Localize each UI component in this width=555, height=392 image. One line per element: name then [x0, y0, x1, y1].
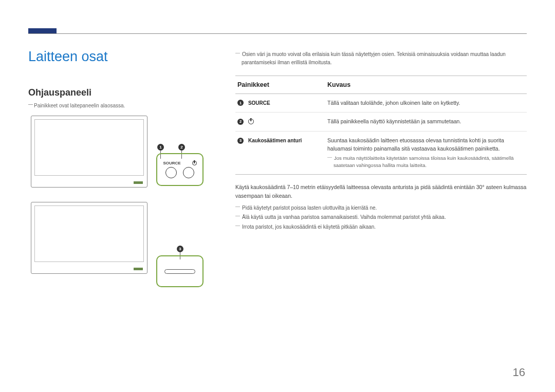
section-subtitle: Ohjauspaneeli — [28, 87, 91, 98]
right-column: Osien väri ja muoto voivat olla erilaisi… — [235, 50, 527, 232]
header-accent — [28, 28, 57, 33]
callout-3: 3 — [177, 246, 183, 252]
monitor-diagram-top — [31, 116, 147, 188]
page-number: 16 — [513, 366, 525, 379]
battery-note-3: Irrota paristot, jos kaukosäädintä ei kä… — [235, 223, 527, 231]
section-subnote: Painikkeet ovat laitepaneelin alaosassa. — [28, 103, 125, 108]
header-rule — [28, 33, 527, 34]
table-header-buttons: Painikkeet — [235, 76, 325, 94]
diagram-area: 1 2 SOURCE 3 — [31, 116, 211, 288]
sensor-panel-diagram — [156, 255, 203, 287]
row-number-3: 3 — [237, 138, 244, 144]
row-label-sensor: Kaukosäätimen anturi — [248, 138, 302, 143]
source-label: SOURCE — [163, 161, 180, 165]
below-table-notes: Käytä kaukosäädintä 7–10 metrin etäisyyd… — [235, 183, 527, 231]
usage-note: Käytä kaukosäädintä 7–10 metrin etäisyyd… — [235, 183, 527, 200]
callout-1: 1 — [157, 144, 164, 151]
row-number-2: 2 — [237, 119, 244, 125]
battery-note-1: Pidä käytetyt paristot poissa lasten ulo… — [235, 204, 527, 212]
power-button-diagram — [183, 167, 194, 178]
callout-2: 2 — [178, 144, 185, 151]
top-note: Osien väri ja muoto voivat olla erilaisi… — [235, 50, 527, 66]
battery-note-2: Älä käytä uutta ja vanhaa paristoa saman… — [235, 213, 527, 221]
power-icon — [248, 119, 254, 124]
table-header-description: Kuvaus — [325, 76, 527, 94]
ir-sensor-diagram — [164, 269, 195, 274]
controls-table: Painikkeet Kuvaus 1 SOURCE Tällä valitaa… — [235, 76, 527, 175]
source-button-diagram — [165, 167, 177, 178]
row-desc-3: Suuntaa kaukosäädin laitteen etuosassa o… — [327, 137, 504, 152]
table-row: 1 SOURCE Tällä valitaan tulolähde, johon… — [235, 94, 527, 113]
table-row: 3 Kaukosäätimen anturi Suuntaa kaukosääd… — [235, 132, 527, 175]
table-row: 2 Tällä painikkeella näyttö käynnistetää… — [235, 113, 527, 132]
page-title: Laitteen osat — [28, 49, 108, 65]
row-label-source: SOURCE — [248, 100, 270, 106]
power-icon — [192, 161, 197, 165]
row-number-1: 1 — [237, 100, 244, 106]
row-note-3: Jos muita näyttölaitteita käytetään samo… — [327, 155, 525, 170]
monitor-diagram-bottom — [31, 202, 147, 274]
control-panel-diagram: SOURCE — [156, 153, 203, 186]
row-desc-1: Tällä valitaan tulolähde, johon ulkoinen… — [325, 94, 527, 113]
row-desc-2: Tällä painikkeella näyttö käynnistetään … — [325, 113, 527, 132]
